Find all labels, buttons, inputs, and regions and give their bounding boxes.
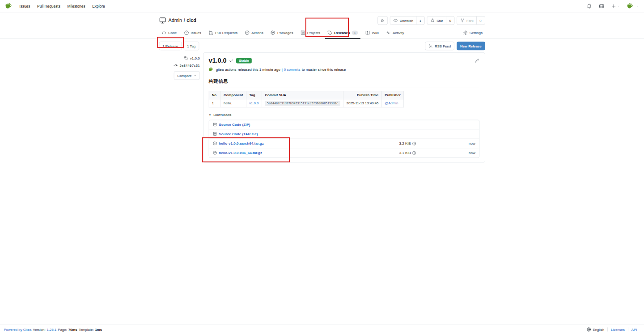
- star-icon: [431, 18, 435, 23]
- table-row: 1 hello. v1.0.0 5a84407c31d87b945315f31e…: [209, 99, 404, 107]
- source-zip-link[interactable]: Source Code (ZIP): [219, 123, 250, 127]
- unwatch-button[interactable]: Unwatch 1: [390, 16, 425, 25]
- nav-issues[interactable]: Issues: [19, 4, 30, 9]
- asset-x86-link[interactable]: hello-v1.0.0.x86_64.tar.gz: [219, 151, 262, 155]
- fork-label: Fork: [466, 18, 474, 22]
- tab-projects[interactable]: Projects: [298, 28, 322, 39]
- compare-label: Compare: [178, 73, 192, 77]
- repo-owner-link[interactable]: Admin: [169, 17, 182, 23]
- compare-button[interactable]: Compare: [174, 71, 200, 80]
- download-row: Source Code (TAR.GZ): [209, 129, 479, 139]
- tab-label: Actions: [251, 31, 263, 35]
- nav-explore[interactable]: Explore: [92, 4, 105, 9]
- licenses-link[interactable]: Licenses: [611, 327, 625, 331]
- release-commit-sha: 5a84407c31: [180, 63, 200, 67]
- cell-tag-link[interactable]: v1.0.0: [249, 101, 258, 105]
- commits-link[interactable]: 0 commits: [284, 68, 301, 72]
- source-targz-link[interactable]: Source Code (TAR.GZ): [219, 132, 258, 136]
- avatar[interactable]: [209, 67, 214, 72]
- tab-activity[interactable]: Activity: [384, 28, 407, 39]
- issue-opened-icon: [184, 30, 189, 35]
- tab-label: Projects: [307, 31, 320, 35]
- tab-label: Activity: [393, 31, 404, 35]
- gitea-logo-icon[interactable]: [5, 2, 13, 10]
- release-commit[interactable]: 5a84407c31: [159, 63, 200, 68]
- rss-button[interactable]: [377, 16, 388, 25]
- watch-count[interactable]: 1: [416, 17, 422, 25]
- build-info-table: No. Component Tag Commit SHA Publish Tim…: [209, 91, 404, 107]
- git-fork-icon: [460, 18, 465, 23]
- asset-size: 3.1 KiB: [399, 151, 411, 155]
- star-button[interactable]: Star 0: [427, 16, 455, 25]
- triangle-down-icon: ▼: [209, 113, 212, 116]
- breadcrumb: Admin / cicd: [169, 17, 196, 23]
- globe-icon: [587, 327, 591, 332]
- star-count[interactable]: 0: [446, 17, 451, 25]
- repo-name-link[interactable]: cicd: [186, 17, 196, 23]
- rss-icon: [428, 44, 433, 48]
- tab-settings[interactable]: Settings: [460, 28, 485, 39]
- col-publish-time: Publish Time: [343, 91, 382, 99]
- col-tag: Tag: [246, 91, 262, 99]
- admin-panel-icon[interactable]: [599, 4, 604, 9]
- release-tag[interactable]: v1.0.0: [159, 56, 200, 60]
- asset-time: now: [469, 151, 475, 155]
- fork-button[interactable]: Fork 0: [457, 16, 485, 25]
- package-icon: [271, 30, 275, 35]
- tags-filter-button[interactable]: 1 Tag: [183, 42, 199, 50]
- create-new-menu[interactable]: [611, 4, 620, 9]
- releases-filter-button[interactable]: 1 Release: [159, 42, 182, 50]
- tab-issues[interactable]: Issues: [182, 28, 203, 39]
- rss-feed-button[interactable]: RSS Feed: [425, 42, 454, 50]
- chevron-down-icon: [618, 5, 620, 8]
- template-label: Template:: [79, 327, 94, 331]
- play-icon: [245, 30, 250, 35]
- downloads-toggle[interactable]: ▼ Downloads: [209, 113, 479, 117]
- version-link[interactable]: 1.25.1: [47, 327, 57, 331]
- api-link[interactable]: API: [631, 327, 637, 331]
- powered-by-link[interactable]: Powered by Gitea: [4, 327, 31, 331]
- repo-header: Admin / cicd Unwatch 1: [0, 13, 644, 39]
- user-menu[interactable]: [627, 2, 639, 10]
- byline-suffix: to master since this release: [302, 68, 346, 72]
- fork-count[interactable]: 0: [476, 17, 482, 25]
- repo-template-icon: [159, 17, 166, 24]
- release-title: v1.0.0: [209, 57, 227, 64]
- tab-packages[interactable]: Packages: [268, 28, 296, 39]
- tag-icon: [184, 56, 188, 60]
- tab-releases[interactable]: Releases 1: [325, 28, 360, 39]
- cell-commit-sha[interactable]: 5a84407c31d87b945315f31ec5f3608685193d8c: [265, 101, 340, 106]
- release-tag-label: v1.0.0: [190, 56, 200, 60]
- info-icon[interactable]: [412, 151, 416, 155]
- main-content: 1 Release 1 Tag RSS Feed New Release v1.…: [157, 42, 487, 163]
- release-author[interactable]: gitea-actions: [216, 68, 237, 72]
- new-release-button[interactable]: New Release: [457, 42, 485, 50]
- nav-milestones[interactable]: Milestones: [68, 4, 85, 9]
- download-row: hello-v1.0.0.x86_64.tar.gz 3.1 KiB now: [209, 148, 479, 158]
- tab-actions[interactable]: Actions: [242, 28, 266, 39]
- info-icon[interactable]: [412, 141, 416, 146]
- chevron-down-icon: [194, 74, 196, 77]
- tab-code[interactable]: Code: [159, 28, 179, 39]
- downloads-section: ▼ Downloads Source Code (ZIP): [209, 113, 479, 158]
- language-selector[interactable]: English: [583, 327, 607, 332]
- download-row: hello-v1.0.0.aarch64.tar.gz 3.2 KiB now: [209, 139, 479, 148]
- pulse-icon: [386, 30, 391, 35]
- notifications-bell-icon[interactable]: [587, 4, 592, 9]
- tab-wiki[interactable]: Wiki: [363, 28, 381, 39]
- plus-icon: [611, 4, 616, 9]
- downloads-label: Downloads: [213, 113, 231, 117]
- page-time: 70ms: [68, 327, 77, 331]
- release-meta-column: v1.0.0 5a84407c31 Compare: [159, 52, 200, 80]
- project-icon: [301, 30, 305, 35]
- cell-publisher-link[interactable]: @Admin: [385, 101, 398, 105]
- edit-pencil-icon[interactable]: [475, 58, 479, 63]
- star-label: Star: [436, 18, 443, 22]
- eye-icon: [394, 18, 398, 23]
- nav-pull-requests[interactable]: Pull Requests: [37, 4, 60, 9]
- tab-label: Code: [168, 31, 177, 35]
- col-no: No.: [209, 91, 220, 99]
- tab-pull-requests[interactable]: Pull Requests: [206, 28, 240, 39]
- asset-aarch64-link[interactable]: hello-v1.0.0.aarch64.tar.gz: [219, 141, 263, 146]
- tab-label: Wiki: [372, 31, 378, 35]
